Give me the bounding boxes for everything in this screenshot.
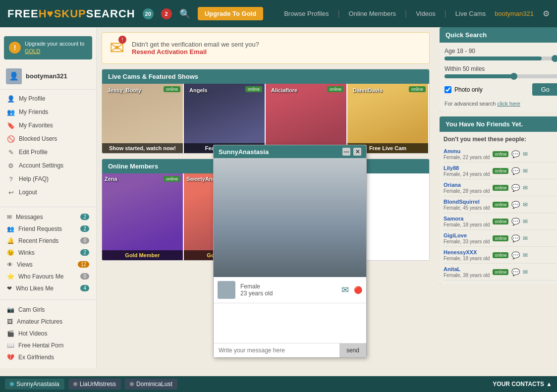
friend-mail-icon[interactable]: ✉ xyxy=(523,252,528,259)
friend-mail-icon[interactable]: ✉ xyxy=(523,218,528,225)
cam-card-alicia[interactable]: Aliciaflore online xyxy=(266,84,347,153)
member-card-zena[interactable]: online Zena Gold Member xyxy=(102,173,184,260)
friend-name[interactable]: GigiLove xyxy=(444,232,467,238)
chat-close-button[interactable]: ✕ xyxy=(353,148,361,156)
member-username: Zena xyxy=(105,176,117,182)
nav-browse[interactable]: Browse Profiles xyxy=(284,10,329,17)
sidebar-cam-girls[interactable]: 📷Cam Girls xyxy=(0,304,96,316)
friend-mail-icon[interactable]: ✉ xyxy=(523,201,528,208)
friend-name[interactable]: Lily88 xyxy=(444,165,459,171)
sidebar-who-likes[interactable]: ❤Who Likes Me 4 xyxy=(0,282,96,294)
sidebar-views[interactable]: 👁Views 12 xyxy=(0,259,96,271)
friend-mail-icon[interactable]: ✉ xyxy=(523,168,528,174)
contact-chip-sunny[interactable]: SunnyAnastasia xyxy=(5,379,64,390)
logo: FREEH♥SKUPSEARCH xyxy=(7,7,135,20)
sidebar-item-logout[interactable]: ↩Logout xyxy=(0,186,96,199)
contacts-arrow-icon[interactable]: ▲ xyxy=(546,381,552,388)
friend-chat-icon[interactable]: 💬 xyxy=(511,268,520,276)
contact-name: LiaUrMistress xyxy=(80,381,116,388)
cam-card-danni[interactable]: DanniDavis online Free Live Cam xyxy=(347,84,429,153)
friend-row-gigi: GigiLoveFemale, 33 years old online 💬 ✉ xyxy=(444,230,557,247)
sidebar-amateur-pictures[interactable]: 🖼Amateur Pictures xyxy=(0,316,96,328)
resend-activation-link[interactable]: Resend Activation Email xyxy=(132,48,207,56)
sidebar-messages[interactable]: ✉Messages 2 xyxy=(0,211,96,223)
sidebar-hentai[interactable]: 📖Free Hentai Porn xyxy=(0,339,96,351)
contact-chip-dominica[interactable]: DominicaLust xyxy=(125,379,177,390)
friend-chat-icon[interactable]: 💬 xyxy=(511,150,520,158)
photo-only-checkbox[interactable] xyxy=(445,86,451,93)
sidebar-winks[interactable]: 😉Winks 2 xyxy=(0,247,96,259)
sidebar-item-blocked[interactable]: 🚫Blocked Users xyxy=(0,132,96,146)
badge-20[interactable]: 20 xyxy=(143,8,154,19)
friend-online-badge: online xyxy=(493,235,508,241)
chat-mail-icon[interactable]: ✉ xyxy=(341,284,349,295)
chat-send-button[interactable]: send xyxy=(339,343,366,357)
cam-card-jessy[interactable]: Jessy_Booty online Show started, watch n… xyxy=(102,84,184,153)
friend-chat-icon[interactable]: 💬 xyxy=(511,201,520,209)
nav-online[interactable]: Online Members xyxy=(349,10,396,17)
sidebar-item-help[interactable]: ?Help (FAQ) xyxy=(0,172,96,186)
cam-username: Jessy_Booty xyxy=(105,86,144,94)
badge-2[interactable]: 2 xyxy=(161,8,172,19)
sidebar-item-favorites[interactable]: 🔖My Favorites xyxy=(0,119,96,132)
friend-name[interactable]: HenessyXXX xyxy=(444,249,477,255)
contact-chip-lia[interactable]: LiaUrMistress xyxy=(68,379,121,390)
quick-search-body: Age 18 - 90 Within 50 miles Photo only G… xyxy=(440,43,557,112)
friend-mail-icon[interactable]: ✉ xyxy=(523,151,528,158)
chat-minimize-button[interactable]: — xyxy=(342,148,350,156)
friend-online-badge: online xyxy=(493,202,508,208)
friends-title: You Have No Friends Yet. xyxy=(440,116,557,132)
sidebar-item-friends[interactable]: 👥My Friends xyxy=(0,106,96,119)
sidebar-item-profile[interactable]: 👤My Profile xyxy=(0,92,96,106)
cam-username: DanniDavis xyxy=(350,86,386,94)
sidebar-item-edit-profile[interactable]: ✎Edit Profile xyxy=(0,146,96,159)
friend-name[interactable]: AnitaL xyxy=(444,266,460,272)
nav-livecams[interactable]: Live Cams xyxy=(455,10,486,17)
avatar: 👤 xyxy=(6,68,22,84)
sidebar-friend-requests[interactable]: 👥Friend Requests 2 xyxy=(0,223,96,235)
distance-slider-thumb[interactable] xyxy=(510,73,517,80)
offline-dot xyxy=(130,382,134,386)
sidebar-who-favours[interactable]: ⭐Who Favours Me 0 xyxy=(0,271,96,282)
go-button[interactable]: Go xyxy=(532,83,557,96)
friend-name[interactable]: Ammu xyxy=(444,148,460,154)
search-icon[interactable]: 🔍 xyxy=(179,8,190,19)
friend-name[interactable]: Oriana xyxy=(444,182,461,188)
cam-card-angels[interactable]: Angels online Featured show xyxy=(184,84,266,153)
gear-icon[interactable]: ⚙ xyxy=(543,9,550,18)
friend-name[interactable]: BlondSquirrel xyxy=(444,199,480,205)
nav-username[interactable]: bootyman321 xyxy=(495,10,534,17)
cam-username: Angels xyxy=(186,86,211,94)
recent-friends-count: 0 xyxy=(80,237,89,244)
chat-age: 23 years old xyxy=(240,290,273,297)
friend-chat-icon[interactable]: 💬 xyxy=(511,167,520,175)
sidebar-item-account-settings[interactable]: ⚙Account Settings xyxy=(0,159,96,172)
friend-chat-icon[interactable]: 💬 xyxy=(511,234,520,242)
advanced-search-link[interactable]: click here xyxy=(497,101,520,107)
friend-chat-icon[interactable]: 💬 xyxy=(511,184,520,192)
mail-alert-badge: ! xyxy=(118,36,126,44)
nav-videos[interactable]: Videos xyxy=(416,10,436,17)
header: FREEH♥SKUPSEARCH 20 2 🔍 Upgrade To Gold … xyxy=(0,0,557,27)
warning-icon: ! xyxy=(9,42,21,54)
upgrade-gold-link[interactable]: GOLD xyxy=(25,48,40,54)
online-dot xyxy=(10,382,14,386)
friend-chat-icon[interactable]: 💬 xyxy=(511,251,520,259)
sidebar-ex-girlfriends[interactable]: 💔Ex Girlfriends xyxy=(0,351,96,363)
chat-input[interactable] xyxy=(214,343,339,357)
distance-slider-fill xyxy=(445,74,513,78)
upgrade-gold-button[interactable]: Upgrade To Gold xyxy=(198,7,263,20)
friend-row-oriana: OrianaFemale, 28 years old online 💬 ✉ xyxy=(444,179,557,196)
chat-video xyxy=(214,158,366,277)
quick-search-box: Quick Search Age 18 - 90 Within 50 miles… xyxy=(440,27,557,112)
friend-requests-count: 2 xyxy=(80,225,89,232)
friend-chat-icon[interactable]: 💬 xyxy=(511,218,520,225)
sidebar-recent-friends[interactable]: 🔔Recent Friends 0 xyxy=(0,235,96,247)
friend-mail-icon[interactable]: ✉ xyxy=(523,269,528,276)
friend-mail-icon[interactable]: ✉ xyxy=(523,235,528,242)
friend-mail-icon[interactable]: ✉ xyxy=(523,184,528,191)
age-slider-thumb[interactable] xyxy=(552,55,557,62)
friend-online-badge: online xyxy=(493,252,508,258)
friend-name[interactable]: Samora xyxy=(444,216,463,222)
sidebar-hot-videos[interactable]: 🎬Hot Videos xyxy=(0,328,96,339)
